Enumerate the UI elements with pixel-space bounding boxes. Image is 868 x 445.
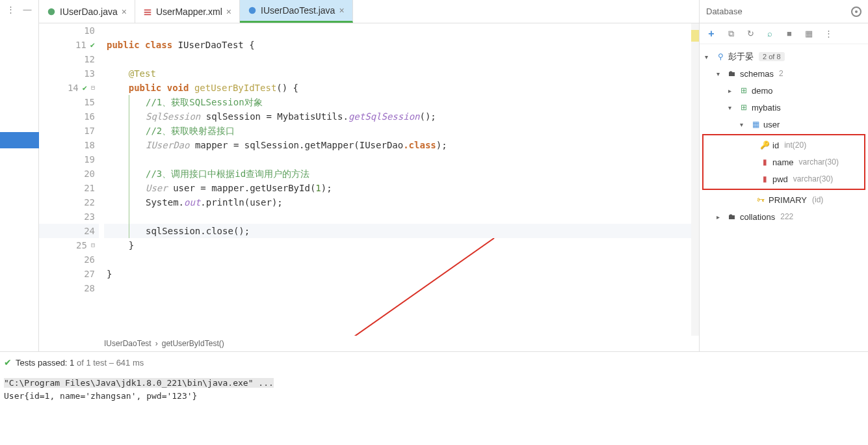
search-icon[interactable]: ⌕ (765, 29, 775, 39)
key-icon: 🗝 (756, 195, 766, 205)
schema-icon: ⊞ (739, 85, 749, 96)
breadcrumb-method[interactable]: getUserByIdTest() (162, 339, 224, 348)
chevron-down-icon[interactable]: ▾ (740, 121, 748, 128)
scroll-marker (691, 30, 699, 42)
folder-icon: 🖿 (727, 211, 737, 222)
target-icon[interactable] (851, 7, 861, 17)
tree-schemas[interactable]: ▾ 🖿 schemas 2 (700, 65, 868, 82)
tree-column-name[interactable]: ▮ name varchar(30) (704, 154, 864, 170)
console-command: "C:\Program Files\Java\jdk1.8.0_221\bin\… (4, 378, 274, 388)
columns-highlight: 🔑 id int(20) ▮ name varchar(30) ▮ pwd va… (702, 134, 865, 190)
console-line: User{id=1, name='zhangsan', pwd='123'} (4, 390, 864, 403)
tab-iuserdao[interactable]: IUserDao.java × (39, 0, 135, 23)
test-status: ✔ Tests passed: 1 of 1 test – 641 ms (4, 357, 864, 368)
console-output[interactable]: "C:\Program Files\Java\jdk1.8.0_221\bin\… (4, 377, 864, 403)
tree-column-pwd[interactable]: ▮ pwd varchar(30) (704, 170, 864, 187)
tree-datasource[interactable]: ▾ ⚲ 彭于晏 2 of 8 (700, 48, 868, 65)
more-icon[interactable]: ⋮ (5, 4, 16, 14)
tree-table-user[interactable]: ▾ ▦ user (700, 116, 868, 133)
chevron-right-icon[interactable]: ▸ (717, 213, 724, 221)
check-icon: ✔ (4, 357, 12, 368)
more-icon[interactable]: ⋮ (823, 29, 834, 39)
database-toolbar: + ⧉ ↻ ⌕ ■ ▦ ⋮ (700, 23, 868, 44)
chevron-down-icon[interactable]: ▾ (728, 104, 736, 111)
grid-icon[interactable]: ▦ (804, 29, 814, 39)
chevron-down-icon[interactable]: ▾ (705, 53, 713, 61)
svg-point-4 (249, 7, 256, 14)
breadcrumb[interactable]: IUserDaoTest › getUserByIdTest() (39, 336, 699, 351)
test-run-panel: ✔ Tests passed: 1 of 1 test – 641 ms "C:… (0, 351, 868, 408)
minimize-icon[interactable]: — (22, 4, 33, 14)
tab-label: IUserDao.java (60, 7, 118, 17)
table-icon: ▦ (750, 119, 761, 129)
close-icon[interactable]: × (339, 5, 344, 16)
svg-rect-3 (144, 14, 151, 15)
test-file-icon (248, 6, 257, 15)
tree-column-id[interactable]: 🔑 id int(20) (704, 137, 864, 154)
left-tool-strip: ⋮ — (0, 0, 39, 351)
run-gutter-icon[interactable]: ✔ (83, 81, 87, 95)
close-icon[interactable]: × (122, 7, 127, 17)
svg-point-0 (48, 8, 55, 15)
copy-icon[interactable]: ⧉ (726, 29, 736, 39)
datasource-icon: ⚲ (715, 51, 726, 62)
add-icon[interactable]: + (706, 29, 717, 39)
tree-schema-demo[interactable]: ▸ ⊞ demo (700, 82, 868, 99)
fold-icon[interactable]: ⊟ (91, 81, 95, 95)
code-content[interactable]: public class IUserDaoTest { @Test public… (104, 23, 699, 336)
chevron-right-icon[interactable]: ▸ (728, 87, 736, 94)
close-icon[interactable]: × (226, 7, 231, 17)
svg-rect-1 (144, 9, 151, 10)
editor-tabs: IUserDao.java × UserMapper.xml × IUserDa… (39, 0, 699, 23)
run-gutter-icon[interactable]: ✔ (90, 38, 95, 52)
svg-rect-2 (144, 12, 151, 13)
tree-collations[interactable]: ▸ 🖿 collations 222 (700, 208, 868, 225)
column-icon: ▮ (759, 174, 770, 184)
breadcrumb-class[interactable]: IUserDaoTest (104, 339, 151, 348)
tree-primary-key[interactable]: 🗝 PRIMARY (id) (700, 191, 868, 208)
xml-file-icon (143, 7, 152, 16)
scrollbar[interactable] (691, 23, 699, 336)
stop-icon[interactable]: ■ (784, 29, 795, 39)
database-title: Database (706, 7, 743, 16)
java-file-icon (47, 7, 56, 16)
database-tree: ▾ ⚲ 彭于晏 2 of 8 ▾ 🖿 schemas 2 ▸ ⊞ demo ▾ … (700, 44, 868, 351)
tab-label: IUserDaoTest.java (261, 5, 335, 16)
chevron-down-icon[interactable]: ▾ (717, 70, 724, 77)
gutter: 10 11 ✔ 12 13 14 ✔ ⊟ 15 16 17 18 19 20 2… (39, 23, 104, 336)
folder-icon: 🖿 (727, 68, 737, 79)
refresh-icon[interactable]: ↻ (745, 29, 756, 39)
key-icon: 🔑 (759, 140, 770, 150)
tree-schema-mybatis[interactable]: ▾ ⊞ mybatis (700, 99, 868, 116)
side-highlight (0, 132, 39, 148)
schema-icon: ⊞ (739, 102, 749, 113)
fold-icon[interactable]: ⊟ (91, 238, 95, 252)
tab-iuserdaotest[interactable]: IUserDaoTest.java × (240, 0, 353, 23)
tab-label: UserMapper.xml (156, 7, 222, 17)
database-panel: Database + ⧉ ↻ ⌕ ■ ▦ ⋮ ▾ ⚲ 彭于晏 2 of 8 ▾ … (699, 0, 868, 351)
column-icon: ▮ (759, 157, 770, 167)
tab-usermapper[interactable]: UserMapper.xml × (135, 0, 240, 23)
code-editor[interactable]: 10 11 ✔ 12 13 14 ✔ ⊟ 15 16 17 18 19 20 2… (39, 23, 699, 336)
